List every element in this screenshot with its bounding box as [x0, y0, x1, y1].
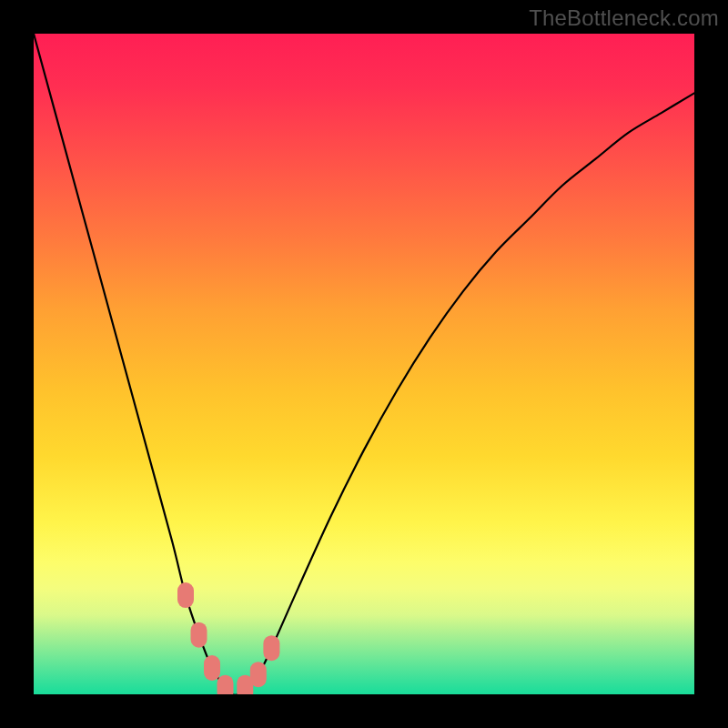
markers-group — [177, 582, 279, 694]
marker-3 — [204, 655, 220, 681]
marker-2 — [191, 622, 207, 648]
chart-frame: TheBottleneck.com — [0, 0, 728, 728]
marker-6 — [250, 662, 267, 687]
plot-area — [34, 34, 694, 694]
marker-4 — [217, 675, 234, 694]
curve-layer — [34, 34, 694, 694]
marker-1 — [177, 582, 194, 608]
bottleneck-curve — [34, 34, 694, 694]
watermark-text: TheBottleneck.com — [529, 5, 719, 31]
marker-7 — [263, 635, 279, 661]
